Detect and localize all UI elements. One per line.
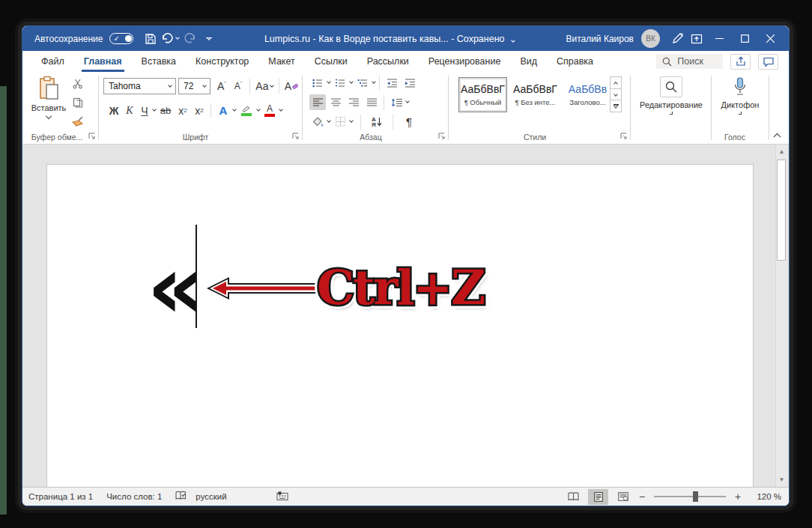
style-heading1[interactable]: АаБбВв Заголово... <box>563 77 612 112</box>
shrink-font-button[interactable]: Аˇ <box>231 78 246 94</box>
zoom-slider[interactable] <box>654 496 726 497</box>
tab-design[interactable]: Конструктор <box>186 51 258 72</box>
zoom-slider-thumb[interactable] <box>693 491 698 502</box>
text-effects-button[interactable]: А <box>215 103 231 118</box>
superscript-button[interactable]: x2 <box>192 103 207 118</box>
tab-home[interactable]: Главная <box>74 51 132 72</box>
align-right-button[interactable] <box>345 94 362 110</box>
avatar[interactable]: ВК <box>641 29 660 48</box>
font-size-combobox[interactable]: 72 <box>178 78 210 94</box>
chevron-down-icon[interactable] <box>670 112 673 115</box>
chevron-down-icon[interactable] <box>327 79 331 84</box>
web-layout-button[interactable] <box>613 489 633 505</box>
underline-button[interactable]: Ч <box>138 103 151 118</box>
customize-quick-access-button[interactable] <box>199 30 219 48</box>
dialog-launcher-icon[interactable] <box>620 132 627 141</box>
chevron-down-icon[interactable] <box>152 107 157 112</box>
decrease-indent-button[interactable] <box>384 75 400 91</box>
tab-references[interactable]: Ссылки <box>305 51 357 72</box>
bullets-button[interactable] <box>309 75 326 91</box>
dictate-button[interactable] <box>729 76 751 97</box>
dialog-launcher-icon[interactable] <box>88 132 95 141</box>
zoom-in-button[interactable]: + <box>733 491 742 503</box>
editing-button[interactable] <box>660 76 682 97</box>
sort-button[interactable]: АЯ <box>369 114 385 130</box>
undo-button[interactable] <box>160 30 180 48</box>
subscript-button[interactable]: x2 <box>175 103 190 118</box>
format-painter-button[interactable] <box>69 113 87 129</box>
bold-button[interactable]: Ж <box>106 103 121 118</box>
chevron-down-icon[interactable] <box>511 38 515 43</box>
style-no-spacing[interactable]: АаБбВвГ ¶ Без инте... <box>511 77 560 112</box>
highlight-color-button[interactable] <box>237 103 255 118</box>
maximize-button[interactable] <box>732 26 757 51</box>
dialog-launcher-icon[interactable] <box>438 132 445 141</box>
copy-button[interactable] <box>69 94 87 110</box>
vertical-scrollbar[interactable]: ▲ ▼ <box>775 145 787 487</box>
user-name[interactable]: Виталий Каиров <box>566 34 634 44</box>
italic-button[interactable]: К <box>123 103 136 118</box>
chevron-down-icon[interactable] <box>372 79 376 84</box>
scrollbar-thumb[interactable] <box>777 160 786 261</box>
close-button[interactable] <box>757 26 783 51</box>
increase-indent-button[interactable] <box>402 75 418 91</box>
borders-button[interactable] <box>332 114 348 130</box>
search-input[interactable]: Поиск <box>656 54 723 69</box>
font-color-button[interactable]: А <box>261 103 278 118</box>
align-left-button[interactable] <box>309 94 326 110</box>
page-number-indicator[interactable]: Страница 1 из 1 <box>28 492 93 501</box>
share-button[interactable] <box>730 54 751 70</box>
zoom-out-button[interactable]: − <box>637 491 646 503</box>
chevron-down-icon[interactable] <box>405 99 410 103</box>
numbering-button[interactable] <box>332 75 348 91</box>
proofing-status-button[interactable] <box>175 491 187 503</box>
styles-scroll-down-button[interactable] <box>610 88 622 101</box>
styles-scroll-up-button[interactable] <box>610 76 622 89</box>
tab-view[interactable]: Вид <box>510 51 547 72</box>
font-name-combobox[interactable]: Tahoma <box>103 78 176 94</box>
strikethrough-button[interactable]: ab <box>157 103 174 118</box>
line-spacing-button[interactable] <box>388 94 405 110</box>
comments-button[interactable] <box>758 54 778 70</box>
autosave-toggle[interactable]: ✓ <box>109 33 133 44</box>
grow-font-button[interactable]: Аˆ <box>214 78 229 94</box>
minimize-button[interactable] <box>706 26 732 51</box>
ink-editor-button[interactable] <box>667 30 687 48</box>
chevron-down-icon[interactable] <box>327 118 331 123</box>
document-page[interactable]: « Ctrl+Z Ctrl+Z Ctrl+Z Ctrl+Z <box>46 164 754 487</box>
tab-insert[interactable]: Вставка <box>132 51 186 72</box>
justify-button[interactable] <box>363 94 380 110</box>
tab-review[interactable]: Рецензирование <box>419 51 511 72</box>
tab-mailings[interactable]: Рассылки <box>357 51 419 72</box>
chevron-down-icon[interactable] <box>232 107 237 112</box>
word-count-indicator[interactable]: Число слов: 1 <box>106 492 162 501</box>
chevron-down-icon[interactable] <box>739 112 742 115</box>
chevron-down-icon[interactable] <box>349 118 354 123</box>
print-layout-button[interactable] <box>588 489 608 505</box>
language-indicator[interactable]: русский <box>196 492 226 501</box>
collapse-ribbon-button[interactable] <box>773 130 781 139</box>
scroll-up-button[interactable]: ▲ <box>776 146 787 157</box>
align-center-button[interactable] <box>327 94 344 110</box>
paste-button[interactable]: Вставить <box>31 76 66 128</box>
multilevel-list-button[interactable] <box>354 75 371 91</box>
shading-button[interactable] <box>309 114 326 130</box>
change-case-button[interactable]: Аа <box>254 78 275 94</box>
zoom-level[interactable]: 120 % <box>753 492 781 501</box>
tab-file[interactable]: Файл <box>31 51 74 72</box>
clear-formatting-button[interactable]: А <box>283 78 300 94</box>
read-mode-button[interactable] <box>563 489 584 505</box>
show-formatting-marks-button[interactable]: ¶ <box>401 114 417 130</box>
chevron-down-icon[interactable] <box>349 79 354 84</box>
redo-button[interactable] <box>180 30 199 48</box>
keyboard-input-button[interactable] <box>276 491 288 503</box>
save-button[interactable] <box>141 30 160 48</box>
scroll-down-button[interactable]: ▼ <box>776 474 787 485</box>
dialog-launcher-icon[interactable] <box>292 132 299 141</box>
chevron-down-icon[interactable] <box>279 107 283 112</box>
styles-more-button[interactable] <box>610 100 622 112</box>
style-normal[interactable]: АаБбВвГ ¶ Обычный <box>458 77 507 112</box>
tab-help[interactable]: Справка <box>547 51 603 72</box>
tab-layout[interactable]: Макет <box>258 51 304 72</box>
chevron-down-icon[interactable] <box>256 107 261 112</box>
